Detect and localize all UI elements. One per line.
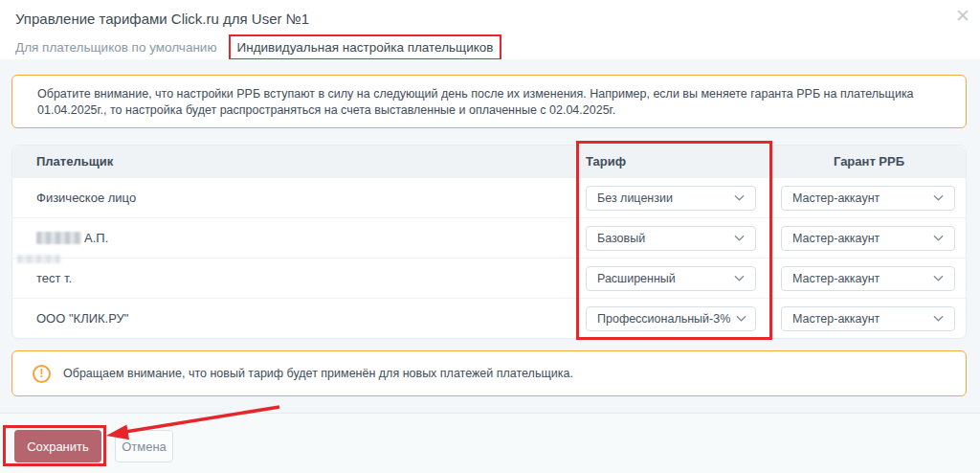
notice-text: Обратите внимание, что настройки РРБ вст… [37, 87, 914, 117]
column-header-guarantor: Гарант РРБ [772, 154, 966, 169]
notice-text: Обращаем внимание, что новый тариф будет… [63, 366, 573, 382]
tariff-select[interactable]: Без лицензии [586, 186, 756, 211]
tariff-select[interactable]: Расширенный [586, 266, 756, 291]
guarantor-select[interactable]: Мастер-аккаунт [781, 306, 955, 331]
payers-table: Плательщик Тариф Гарант РРБ Физическое л… [11, 145, 967, 339]
column-header-payer: Плательщик [12, 154, 575, 169]
tariff-select[interactable]: Базовый [586, 226, 756, 251]
chevron-down-icon [734, 275, 745, 282]
save-button[interactable]: Сохранить [14, 430, 101, 462]
guarantor-select[interactable]: Мастер-аккаунт [781, 186, 955, 211]
chevron-down-icon [734, 194, 745, 201]
tab-bar: Для плательщиков по умолчанию Индивидуал… [15, 34, 501, 60]
warning-icon: ! [33, 365, 51, 383]
redacted-name-blur [36, 232, 81, 244]
payer-name: тест т. [12, 271, 575, 285]
table-header-row: Плательщик Тариф Гарант РРБ [12, 146, 966, 177]
tab-default-payers[interactable]: Для плательщиков по умолчанию [15, 34, 217, 60]
cancel-button[interactable]: Отмена [115, 430, 173, 462]
chevron-down-icon [734, 235, 745, 241]
close-icon[interactable]: ✕ [955, 7, 970, 25]
payer-name: ООО "КЛИК.РУ" [12, 311, 575, 326]
guarantor-select[interactable]: Мастер-аккаунт [781, 226, 955, 251]
tab-individual-payers[interactable]: Индивидуальная настройка плательщиков [229, 34, 502, 60]
tariff-select[interactable]: Профессиональный-3% [586, 306, 756, 331]
chevron-down-icon [933, 315, 944, 322]
dialog-body: Обратите внимание, что настройки РРБ вст… [0, 59, 980, 413]
chevron-down-icon [933, 235, 944, 241]
table-row: Физическое лицо Без лицензии Мастер-акка… [12, 177, 966, 217]
table-row: А.П. Базовый Мастер-аккаунт [12, 217, 966, 258]
rrb-effective-date-notice: Обратите внимание, что настройки РРБ вст… [11, 75, 967, 128]
chevron-down-icon [933, 194, 944, 201]
dialog-footer: Сохранить Отмена [0, 413, 980, 473]
table-row: тест т. Расширенный Мастер-аккаунт [12, 258, 966, 298]
dialog-title: Управление тарифами Click.ru для User №1 [15, 11, 309, 27]
payer-name: А.П. [12, 231, 575, 245]
tariff-management-dialog: Управление тарифами Click.ru для User №1… [0, 0, 980, 473]
chevron-down-icon [736, 315, 746, 322]
new-tariff-notice: ! Обращаем внимание, что новый тариф буд… [11, 350, 967, 396]
payer-name: Физическое лицо [12, 191, 575, 205]
column-header-tariff: Тариф [575, 154, 772, 169]
guarantor-select[interactable]: Мастер-аккаунт [781, 266, 955, 291]
table-row: ООО "КЛИК.РУ" Профессиональный-3% Мастер… [12, 298, 966, 338]
chevron-down-icon [933, 275, 944, 282]
